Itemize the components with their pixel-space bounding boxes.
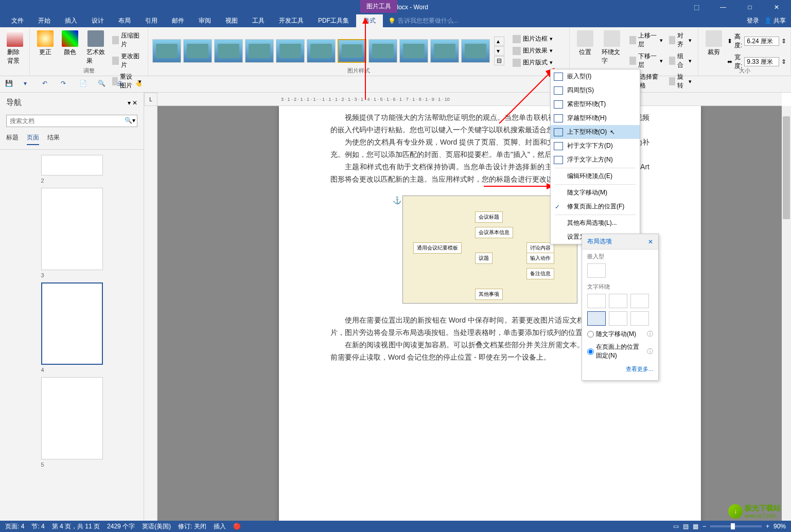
layout-opt-front[interactable]: [630, 311, 649, 326]
status-page[interactable]: 页面: 4: [5, 522, 24, 531]
layout-popup-close[interactable]: ✕: [648, 238, 653, 245]
align-button[interactable]: 对齐 ▾: [667, 30, 694, 50]
menu-tools[interactable]: 工具: [245, 14, 272, 27]
style-thumb-7[interactable]: [338, 39, 366, 63]
menu-format[interactable]: 格式: [356, 14, 383, 27]
width-input[interactable]: [744, 57, 779, 66]
gallery-more-button[interactable]: ⊟: [494, 56, 504, 65]
menu-developer[interactable]: 开发工具: [272, 14, 311, 27]
wrap-tight[interactable]: 紧密型环绕(T): [551, 97, 640, 111]
layout-opt-through[interactable]: [630, 294, 649, 308]
zoom-out-button[interactable]: −: [702, 523, 706, 530]
menu-mailings[interactable]: 邮件: [165, 14, 191, 27]
layout-opt-square[interactable]: [587, 294, 606, 308]
nav-dropdown-icon[interactable]: ▾ ✕: [128, 99, 137, 107]
login-button[interactable]: 登录: [747, 16, 759, 25]
remove-background-button[interactable]: 删除背景: [4, 29, 25, 66]
minimize-button[interactable]: —: [713, 0, 733, 14]
width-field[interactable]: ⬌宽度:⇕: [727, 53, 786, 70]
qat-dropdown[interactable]: ▾: [24, 80, 33, 89]
info-icon-2[interactable]: ⓘ: [647, 347, 653, 356]
zoom-level[interactable]: 90%: [774, 523, 786, 530]
width-stepper[interactable]: ⇕: [781, 58, 786, 65]
status-record-icon[interactable]: 🔴: [233, 523, 241, 530]
wrap-square[interactable]: 四周型(S): [551, 83, 640, 97]
layout-see-more[interactable]: 查看更多...: [582, 362, 658, 376]
radio-fix-position[interactable]: [587, 348, 594, 355]
color-button[interactable]: 颜色: [59, 29, 81, 91]
view-read-mode[interactable]: ▭: [673, 523, 679, 530]
layout-opt-behind[interactable]: [609, 311, 627, 326]
context-tab-picture-tools[interactable]: 图片工具: [360, 0, 397, 13]
reset-picture-button[interactable]: 重设图片 ▾: [110, 72, 144, 91]
horizontal-ruler[interactable]: 3 · 1 · 2 · 1 · 1 · 1 · · 1 · 1 · 1 · 2 …: [157, 93, 782, 106]
artistic-effects-button[interactable]: 艺术效果: [83, 29, 108, 91]
menu-references[interactable]: 引用: [138, 14, 165, 27]
ribbon-options-icon[interactable]: ⬚: [686, 0, 707, 14]
send-backward-button[interactable]: 下移一层 ▾: [627, 51, 664, 70]
thumb-page-3[interactable]: [41, 188, 103, 270]
menu-view[interactable]: 视图: [218, 14, 245, 27]
layout-opt-tight[interactable]: [609, 294, 627, 308]
style-thumb-11[interactable]: [461, 39, 490, 63]
save-button[interactable]: 💾: [5, 80, 14, 89]
maximize-button[interactable]: □: [740, 0, 760, 14]
zoom-in-button[interactable]: +: [766, 523, 769, 530]
ruler-corner[interactable]: L: [144, 93, 157, 106]
wrap-move-with-text[interactable]: 随文字移动(M): [551, 186, 640, 200]
thumb-page-5[interactable]: [41, 377, 103, 459]
share-button[interactable]: 👤 共享: [764, 16, 786, 25]
layout-radio-move[interactable]: 随文字移动(M) ⓘ: [582, 328, 658, 341]
nav-tab-results[interactable]: 结果: [47, 133, 60, 145]
status-words[interactable]: 2429 个字: [107, 522, 135, 531]
nav-tab-headings[interactable]: 标题: [6, 133, 19, 145]
search-icon[interactable]: 🔍▾: [125, 117, 135, 124]
wrap-edit-points[interactable]: 编辑环绕顶点(E): [551, 169, 640, 183]
document-area[interactable]: 视频提供了功能强大的方法帮助您证明您的观点。当您单击联机视频时，可以在想要添加的…: [157, 106, 782, 521]
layout-opt-topbottom[interactable]: [587, 311, 606, 326]
style-thumb-4[interactable]: [245, 39, 274, 63]
vertical-scrollbar[interactable]: [782, 106, 791, 521]
nav-thumbnails[interactable]: 2 3 4 5: [0, 150, 144, 521]
wrap-through[interactable]: 穿越型环绕(H): [551, 111, 640, 125]
corrections-button[interactable]: 更正: [34, 29, 57, 91]
thumb-page-2[interactable]: [41, 155, 103, 175]
menu-insert[interactable]: 插入: [58, 14, 84, 27]
close-button[interactable]: ✕: [766, 0, 787, 14]
vertical-ruler[interactable]: [144, 106, 157, 521]
layout-radio-fix[interactable]: 在页面上的位置固定(N) ⓘ: [582, 341, 658, 362]
status-track[interactable]: 修订: 关闭: [178, 522, 206, 531]
picture-layout-button[interactable]: 图片版式 ▾: [511, 57, 555, 68]
style-thumb-6[interactable]: [307, 39, 336, 63]
style-thumb-1[interactable]: [152, 39, 181, 63]
zoom-slider[interactable]: [710, 525, 762, 527]
status-insert[interactable]: 插入: [214, 522, 226, 531]
wrap-more-options[interactable]: 其他布局选项(L)...: [551, 216, 640, 230]
wrap-inline[interactable]: 嵌入型(I): [551, 69, 640, 83]
menu-review[interactable]: 审阅: [191, 14, 218, 27]
wrap-top-bottom[interactable]: 上下型环绕(O) ↖: [551, 125, 640, 139]
menu-home[interactable]: 开始: [31, 14, 58, 27]
style-thumb-2[interactable]: [183, 39, 212, 63]
menu-file[interactable]: 文件: [4, 14, 31, 27]
style-thumb-5[interactable]: [276, 39, 305, 63]
view-web-layout[interactable]: ▦: [693, 523, 698, 530]
wrap-front[interactable]: 浮于文字上方(N): [551, 153, 640, 167]
scroll-thumb[interactable]: [783, 116, 790, 219]
height-stepper[interactable]: ⇕: [781, 38, 786, 45]
wrap-fix-position[interactable]: ✓修复页面上的位置(F): [551, 200, 640, 214]
wrap-behind[interactable]: 衬于文字下方(D): [551, 139, 640, 153]
status-section[interactable]: 节: 4: [31, 522, 44, 531]
nav-tab-pages[interactable]: 页面: [27, 133, 39, 145]
height-input[interactable]: [744, 37, 779, 46]
gallery-next-button[interactable]: ▾: [494, 46, 504, 56]
tell-me-search[interactable]: 💡 告诉我您想要做什么...: [383, 16, 459, 25]
style-thumb-3[interactable]: [214, 39, 243, 63]
status-page-of[interactable]: 第 4 页，共 11 页: [52, 522, 100, 531]
bring-forward-button[interactable]: 上移一层 ▾: [627, 30, 664, 50]
height-field[interactable]: ⬍高度:⇕: [727, 32, 786, 50]
info-icon-1[interactable]: ⓘ: [647, 330, 653, 339]
change-picture-button[interactable]: 更改图片: [110, 51, 144, 70]
picture-border-button[interactable]: 图片边框 ▾: [511, 33, 555, 44]
layout-opt-inline[interactable]: [587, 263, 606, 278]
